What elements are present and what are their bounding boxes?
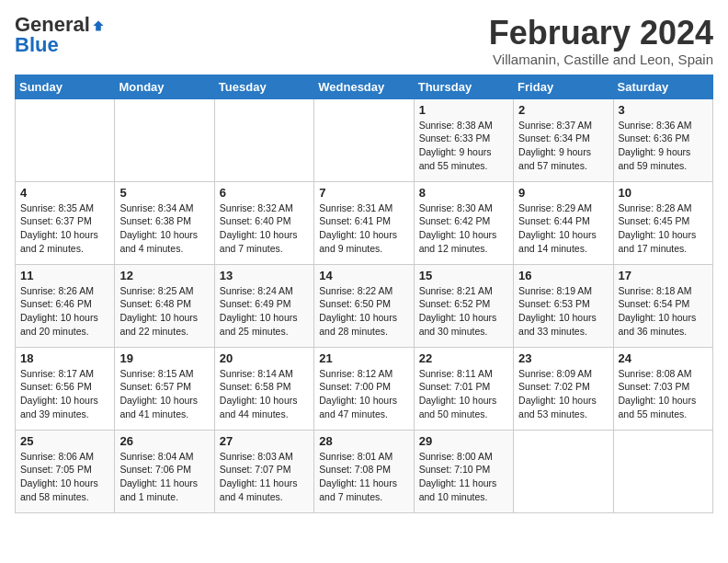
day-number: 3: [619, 103, 708, 117]
day-number: 20: [220, 351, 309, 365]
day-info: Sunrise: 8:38 AM Sunset: 6:33 PM Dayligh…: [419, 119, 508, 173]
calendar-week-row: 18Sunrise: 8:17 AM Sunset: 6:56 PM Dayli…: [16, 347, 713, 430]
day-info: Sunrise: 8:01 AM Sunset: 7:08 PM Dayligh…: [319, 450, 408, 504]
weekday-header-monday: Monday: [115, 75, 214, 98]
svg-marker-0: [93, 21, 103, 31]
weekday-header-saturday: Saturday: [613, 75, 712, 98]
day-number: 8: [419, 186, 508, 200]
day-number: 27: [220, 434, 309, 448]
weekday-header-tuesday: Tuesday: [214, 75, 313, 98]
day-info: Sunrise: 8:19 AM Sunset: 6:53 PM Dayligh…: [518, 284, 608, 339]
calendar-day-cell: 22Sunrise: 8:11 AM Sunset: 7:01 PM Dayli…: [414, 347, 513, 430]
logo-text: General Blue: [15, 15, 105, 55]
calendar-day-cell: 1Sunrise: 8:38 AM Sunset: 6:33 PM Daylig…: [414, 98, 513, 181]
calendar-day-cell: [314, 98, 414, 181]
calendar-day-cell: 16Sunrise: 8:19 AM Sunset: 6:53 PM Dayli…: [514, 264, 613, 347]
calendar-day-cell: 28Sunrise: 8:01 AM Sunset: 7:08 PM Dayli…: [314, 430, 414, 512]
weekday-header-friday: Friday: [514, 75, 613, 98]
day-number: 23: [518, 351, 608, 365]
page-header: General Blue February 2024 Villamanin, C…: [15, 15, 713, 67]
day-number: 17: [619, 269, 708, 282]
day-number: 1: [419, 103, 508, 117]
day-number: 24: [619, 351, 708, 365]
logo: General Blue: [15, 15, 105, 55]
weekday-header-wednesday: Wednesday: [314, 75, 414, 98]
day-info: Sunrise: 8:18 AM Sunset: 6:54 PM Dayligh…: [619, 284, 708, 339]
weekday-header-thursday: Thursday: [414, 75, 513, 98]
day-info: Sunrise: 8:34 AM Sunset: 6:38 PM Dayligh…: [119, 201, 209, 256]
calendar-day-cell: [16, 98, 115, 181]
day-info: Sunrise: 8:14 AM Sunset: 6:58 PM Dayligh…: [220, 367, 309, 421]
logo-blue: Blue: [15, 33, 59, 56]
calendar-day-cell: 4Sunrise: 8:35 AM Sunset: 6:37 PM Daylig…: [16, 181, 115, 264]
day-info: Sunrise: 8:28 AM Sunset: 6:45 PM Dayligh…: [619, 201, 708, 256]
day-info: Sunrise: 8:24 AM Sunset: 6:49 PM Dayligh…: [220, 284, 309, 339]
calendar-day-cell: 24Sunrise: 8:08 AM Sunset: 7:03 PM Dayli…: [613, 347, 712, 430]
calendar-day-cell: [613, 430, 712, 512]
day-info: Sunrise: 8:25 AM Sunset: 6:48 PM Dayligh…: [119, 284, 209, 339]
day-number: 15: [419, 269, 508, 282]
day-info: Sunrise: 8:03 AM Sunset: 7:07 PM Dayligh…: [220, 450, 309, 504]
calendar-day-cell: 13Sunrise: 8:24 AM Sunset: 6:49 PM Dayli…: [214, 264, 313, 347]
calendar-subtitle: Villamanin, Castille and Leon, Spain: [489, 52, 713, 67]
calendar-week-row: 11Sunrise: 8:26 AM Sunset: 6:46 PM Dayli…: [16, 264, 713, 347]
day-number: 5: [119, 186, 209, 200]
day-number: 26: [119, 434, 209, 448]
calendar-day-cell: 23Sunrise: 8:09 AM Sunset: 7:02 PM Dayli…: [514, 347, 613, 430]
calendar-day-cell: 7Sunrise: 8:31 AM Sunset: 6:41 PM Daylig…: [314, 181, 414, 264]
day-number: 12: [119, 269, 209, 282]
calendar-day-cell: 12Sunrise: 8:25 AM Sunset: 6:48 PM Dayli…: [115, 264, 214, 347]
day-number: 29: [419, 434, 508, 448]
day-info: Sunrise: 8:22 AM Sunset: 6:50 PM Dayligh…: [319, 284, 408, 339]
calendar-day-cell: 20Sunrise: 8:14 AM Sunset: 6:58 PM Dayli…: [214, 347, 313, 430]
calendar-week-row: 1Sunrise: 8:38 AM Sunset: 6:33 PM Daylig…: [16, 98, 713, 181]
day-number: 4: [20, 186, 109, 200]
calendar-day-cell: [214, 98, 313, 181]
day-number: 11: [20, 269, 109, 282]
day-info: Sunrise: 8:21 AM Sunset: 6:52 PM Dayligh…: [419, 284, 508, 339]
day-info: Sunrise: 8:08 AM Sunset: 7:03 PM Dayligh…: [619, 367, 708, 421]
calendar-day-cell: 25Sunrise: 8:06 AM Sunset: 7:05 PM Dayli…: [16, 430, 115, 512]
day-number: 19: [119, 351, 209, 365]
day-number: 25: [20, 434, 109, 448]
weekday-header-sunday: Sunday: [16, 75, 115, 98]
day-info: Sunrise: 8:09 AM Sunset: 7:02 PM Dayligh…: [518, 367, 608, 421]
calendar-day-cell: [115, 98, 214, 181]
day-number: 22: [419, 351, 508, 365]
calendar-week-row: 4Sunrise: 8:35 AM Sunset: 6:37 PM Daylig…: [16, 181, 713, 264]
calendar-day-cell: 17Sunrise: 8:18 AM Sunset: 6:54 PM Dayli…: [613, 264, 712, 347]
title-area: February 2024 Villamanin, Castille and L…: [489, 15, 713, 67]
calendar-day-cell: 29Sunrise: 8:00 AM Sunset: 7:10 PM Dayli…: [414, 430, 513, 512]
calendar-day-cell: [514, 430, 613, 512]
calendar-day-cell: 18Sunrise: 8:17 AM Sunset: 6:56 PM Dayli…: [16, 347, 115, 430]
day-info: Sunrise: 8:37 AM Sunset: 6:34 PM Dayligh…: [518, 119, 608, 173]
calendar-day-cell: 21Sunrise: 8:12 AM Sunset: 7:00 PM Dayli…: [314, 347, 414, 430]
day-number: 7: [319, 186, 408, 200]
calendar-day-cell: 3Sunrise: 8:36 AM Sunset: 6:36 PM Daylig…: [613, 98, 712, 181]
day-info: Sunrise: 8:12 AM Sunset: 7:00 PM Dayligh…: [319, 367, 408, 421]
day-info: Sunrise: 8:15 AM Sunset: 6:57 PM Dayligh…: [119, 367, 209, 421]
day-number: 2: [518, 103, 608, 117]
calendar-day-cell: 14Sunrise: 8:22 AM Sunset: 6:50 PM Dayli…: [314, 264, 414, 347]
weekday-header-row: SundayMondayTuesdayWednesdayThursdayFrid…: [16, 75, 713, 98]
calendar-day-cell: 10Sunrise: 8:28 AM Sunset: 6:45 PM Dayli…: [613, 181, 712, 264]
calendar-day-cell: 9Sunrise: 8:29 AM Sunset: 6:44 PM Daylig…: [514, 181, 613, 264]
day-info: Sunrise: 8:31 AM Sunset: 6:41 PM Dayligh…: [319, 201, 408, 256]
day-number: 18: [20, 351, 109, 365]
calendar-day-cell: 8Sunrise: 8:30 AM Sunset: 6:42 PM Daylig…: [414, 181, 513, 264]
day-info: Sunrise: 8:35 AM Sunset: 6:37 PM Dayligh…: [20, 201, 109, 256]
calendar-day-cell: 15Sunrise: 8:21 AM Sunset: 6:52 PM Dayli…: [414, 264, 513, 347]
calendar-week-row: 25Sunrise: 8:06 AM Sunset: 7:05 PM Dayli…: [16, 430, 713, 512]
day-info: Sunrise: 8:06 AM Sunset: 7:05 PM Dayligh…: [20, 450, 109, 504]
day-number: 28: [319, 434, 408, 448]
day-info: Sunrise: 8:11 AM Sunset: 7:01 PM Dayligh…: [419, 367, 508, 421]
day-info: Sunrise: 8:00 AM Sunset: 7:10 PM Dayligh…: [419, 450, 508, 504]
day-number: 10: [619, 186, 708, 200]
day-number: 6: [220, 186, 309, 200]
day-info: Sunrise: 8:32 AM Sunset: 6:40 PM Dayligh…: [220, 201, 309, 256]
calendar-day-cell: 27Sunrise: 8:03 AM Sunset: 7:07 PM Dayli…: [214, 430, 313, 512]
day-number: 14: [319, 269, 408, 282]
logo-bird-icon: [92, 19, 105, 32]
calendar-day-cell: 26Sunrise: 8:04 AM Sunset: 7:06 PM Dayli…: [115, 430, 214, 512]
day-number: 13: [220, 269, 309, 282]
